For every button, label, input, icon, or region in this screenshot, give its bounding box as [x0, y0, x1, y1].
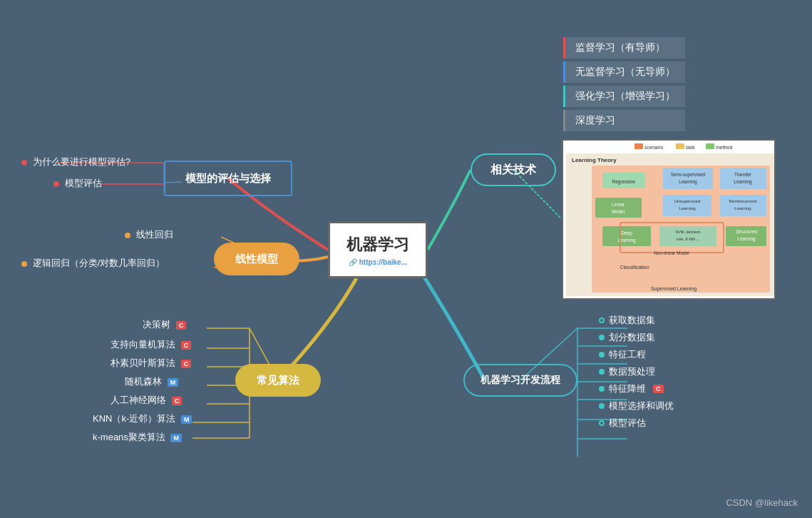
item-naive-bayes: 朴素贝叶斯算法 C [111, 357, 191, 370]
svg-text:Semi-supervised: Semi-supervised [671, 172, 706, 178]
bullet-icon [125, 233, 130, 238]
central-link[interactable]: 🔗 https://baike... [349, 258, 407, 266]
diagram-svg: scenario task method Learning Theory Sup… [563, 141, 776, 300]
badge-c: C [653, 385, 664, 393]
badge-c: C [181, 360, 192, 368]
item-logistic-reg: 逻辑回归（分类/对数几率回归） [21, 257, 165, 270]
svg-text:SVM, decision: SVM, decision [675, 230, 700, 234]
item-random-forest: 随机森林 M [125, 375, 178, 388]
svg-text:Linear: Linear [612, 202, 625, 207]
item-deep-learning: 深度学习 [563, 110, 685, 131]
item-model-eval-sub: 模型评估 [53, 177, 102, 190]
workflow-item-get-data: 获取数据集 [599, 314, 674, 327]
diagram-box: scenario task method Learning Theory Sup… [562, 139, 776, 300]
svg-text:Learning: Learning [679, 206, 695, 210]
workflow-dot [599, 420, 605, 426]
workflow-item-feature-reduction: 特征降维 C [599, 382, 674, 395]
svg-rect-38 [720, 168, 766, 189]
svg-text:Learning: Learning [737, 236, 756, 242]
workflow-list: 获取数据集 划分数据集 特征工程 数据预处理 特征降维 C 模型选择和调优 模型… [599, 314, 674, 434]
svg-text:Learning Theory: Learning Theory [572, 157, 617, 163]
svg-text:Reinforcement: Reinforcement [729, 199, 756, 203]
workflow-item-model-tune: 模型选择和调优 [599, 400, 674, 412]
item-unsupervised: 无监督学习（无导师） [563, 61, 685, 83]
workflow-item-data-preprocess: 数据预处理 [599, 365, 674, 378]
item-decision-tree: 决策树 C [143, 318, 186, 331]
workflow-dot [599, 352, 605, 357]
svg-text:Learning: Learning [734, 206, 751, 210]
workflow-dot [599, 318, 605, 323]
item-neural-network: 人工神经网络 C [111, 394, 182, 407]
watermark: CSDN @likehack [726, 497, 798, 508]
node-workflow: 机器学习开发流程 [463, 364, 577, 397]
svg-text:method: method [716, 145, 732, 150]
badge-c: C [176, 321, 187, 330]
workflow-dot [599, 369, 605, 375]
workflow-item-model-eval: 模型评估 [599, 417, 674, 430]
svg-rect-49 [720, 195, 766, 216]
workflow-item-split-data: 划分数据集 [599, 331, 674, 344]
svg-text:Unsupervised: Unsupervised [674, 199, 701, 203]
svg-rect-35 [663, 168, 713, 189]
svg-text:Learning: Learning [679, 179, 697, 185]
svg-text:Transfer: Transfer [734, 172, 752, 177]
svg-text:Structured: Structured [736, 229, 757, 234]
svg-rect-52 [602, 226, 651, 246]
svg-text:Learning: Learning [734, 179, 752, 185]
item-why-eval: 为什么要进行模型评估? [21, 156, 130, 168]
workflow-dot [599, 335, 605, 340]
node-linear: 线性模型 [214, 243, 299, 275]
item-reinforcement: 强化学习（增强学习） [563, 86, 685, 107]
svg-text:scenario: scenario [644, 145, 664, 150]
svg-text:tree, K-NN ...: tree, K-NN ... [677, 237, 700, 241]
item-knn: KNN（k-近邻）算法 M [93, 412, 192, 425]
node-algorithms: 常见算法 [235, 364, 321, 397]
bullet-icon [53, 181, 59, 187]
node-model-eval: 模型的评估与选择 [164, 161, 292, 196]
svg-rect-46 [663, 195, 711, 216]
svg-rect-43 [595, 198, 642, 218]
svg-rect-29 [706, 143, 714, 149]
central-node: 机器学习 🔗 https://baike... [328, 221, 428, 278]
badge-m: M [181, 415, 192, 424]
item-svm: 支持向量机算法 C [111, 338, 191, 351]
workflow-dot [599, 386, 605, 392]
item-kmeans: k-means聚类算法 M [93, 431, 182, 444]
badge-c: C [181, 341, 192, 350]
badge-m: M [170, 434, 182, 442]
workflow-item-feature-eng: 特征工程 [599, 348, 674, 361]
svg-text:Classification: Classification [620, 265, 649, 270]
central-label: 机器学习 [346, 234, 409, 255]
svg-text:Model: Model [612, 209, 625, 214]
related-tech-list: 监督学习（有导师） 无监督学习（无导师） 强化学习（增强学习） 深度学习 [563, 37, 685, 134]
svg-text:Deep: Deep [621, 230, 632, 236]
badge-c: C [172, 397, 183, 405]
svg-text:Non-linear Model: Non-linear Model [654, 250, 689, 255]
svg-text:Supervised Learning: Supervised Learning [651, 286, 697, 292]
bullet-icon [21, 160, 27, 166]
svg-text:task: task [686, 145, 695, 150]
workflow-dot [599, 403, 605, 409]
svg-rect-27 [676, 143, 684, 149]
mind-map-canvas: 机器学习 🔗 https://baike... 模型的评估与选择 线性模型 相关… [0, 0, 812, 518]
svg-rect-25 [634, 143, 643, 149]
bullet-icon [21, 261, 27, 267]
badge-m: M [168, 378, 179, 387]
diagram-inner: scenario task method Learning Theory Sup… [563, 141, 774, 298]
svg-text:Regression: Regression [612, 179, 636, 185]
item-supervised: 监督学习（有导师） [563, 37, 685, 59]
item-linear-reg: 线性回归 [125, 228, 173, 241]
node-related-tech: 相关技术 [471, 153, 556, 186]
